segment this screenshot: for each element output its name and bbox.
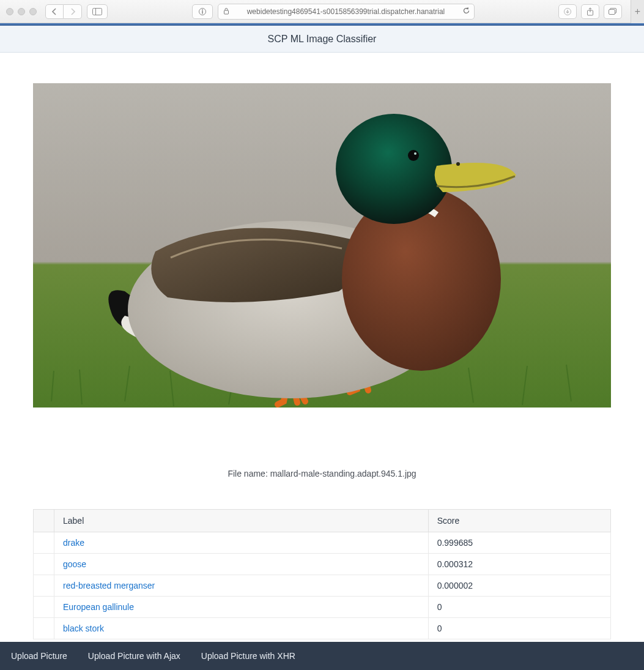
label-cell: drake: [54, 532, 429, 554]
score-cell: 0: [428, 618, 610, 639]
score-cell: 0.000002: [428, 575, 610, 597]
svg-point-22: [456, 162, 460, 166]
label-link[interactable]: European gallinule: [63, 602, 134, 612]
score-cell: 0.999685: [428, 532, 610, 554]
label-link[interactable]: black stork: [63, 623, 104, 633]
reload-icon[interactable]: [462, 7, 470, 17]
svg-point-21: [336, 114, 452, 224]
row-marker: [34, 575, 54, 597]
score-cell: 0: [428, 597, 610, 618]
score-cell: 0.000312: [428, 554, 610, 575]
label-cell: black stork: [54, 618, 429, 639]
footer-toolbar: Upload Picture Upload Picture with Ajax …: [0, 642, 644, 670]
row-marker: [34, 532, 54, 554]
row-marker: [34, 618, 54, 639]
score-column-header[interactable]: Score: [428, 510, 610, 532]
row-marker: [34, 554, 54, 575]
reader-privacy-button[interactable]: [192, 4, 213, 19]
window-controls: [6, 8, 37, 15]
zoom-window-icon[interactable]: [29, 8, 37, 15]
label-cell: goose: [54, 554, 429, 575]
label-link[interactable]: drake: [63, 538, 84, 548]
table-row[interactable]: drake0.999685: [34, 532, 611, 554]
downloads-button[interactable]: [558, 4, 577, 19]
file-name-label: File name: mallard-male-standing.adapt.9…: [33, 469, 611, 478]
table-row[interactable]: red-breasted merganser0.000002: [34, 575, 611, 597]
minimize-window-icon[interactable]: [18, 8, 25, 15]
upload-picture-button[interactable]: Upload Picture: [11, 651, 67, 661]
table-row[interactable]: goose0.000312: [34, 554, 611, 575]
address-bar[interactable]: webidetesting4869541-s0015856399trial.di…: [218, 4, 475, 20]
new-tab-button[interactable]: +: [631, 0, 644, 23]
results-table: Label Score drake0.999685goose0.000312re…: [33, 509, 611, 639]
back-button[interactable]: [45, 4, 64, 19]
table-row[interactable]: European gallinule0: [34, 597, 611, 618]
row-marker-header: [34, 510, 54, 532]
lock-icon: [223, 7, 229, 16]
page-title: SCP ML Image Classifier: [268, 34, 377, 45]
label-column-header[interactable]: Label: [54, 510, 429, 532]
svg-rect-9: [609, 9, 615, 14]
table-row[interactable]: black stork0: [34, 618, 611, 639]
svg-rect-5: [224, 10, 228, 14]
label-cell: red-breasted merganser: [54, 575, 429, 597]
browser-toolbar: webidetesting4869541-s0015856399trial.di…: [0, 0, 644, 23]
tabs-button[interactable]: [604, 4, 622, 19]
svg-point-24: [414, 152, 416, 155]
label-link[interactable]: red-breasted merganser: [63, 581, 155, 590]
nav-back-forward: [45, 4, 82, 19]
svg-rect-0: [93, 8, 102, 15]
label-cell: European gallinule: [54, 597, 429, 618]
svg-point-23: [408, 150, 419, 161]
close-window-icon[interactable]: [6, 8, 13, 15]
url-text: webidetesting4869541-s0015856399trial.di…: [247, 7, 445, 16]
share-button[interactable]: [581, 4, 599, 19]
upload-picture-ajax-button[interactable]: Upload Picture with Ajax: [88, 651, 180, 661]
forward-button[interactable]: [64, 4, 82, 19]
classified-image: [33, 83, 611, 408]
label-link[interactable]: goose: [63, 559, 86, 569]
upload-picture-xhr-button[interactable]: Upload Picture with XHR: [201, 651, 295, 661]
sidebar-toggle-button[interactable]: [87, 4, 108, 19]
app-header: SCP ML Image Classifier: [0, 26, 644, 53]
row-marker: [34, 597, 54, 618]
